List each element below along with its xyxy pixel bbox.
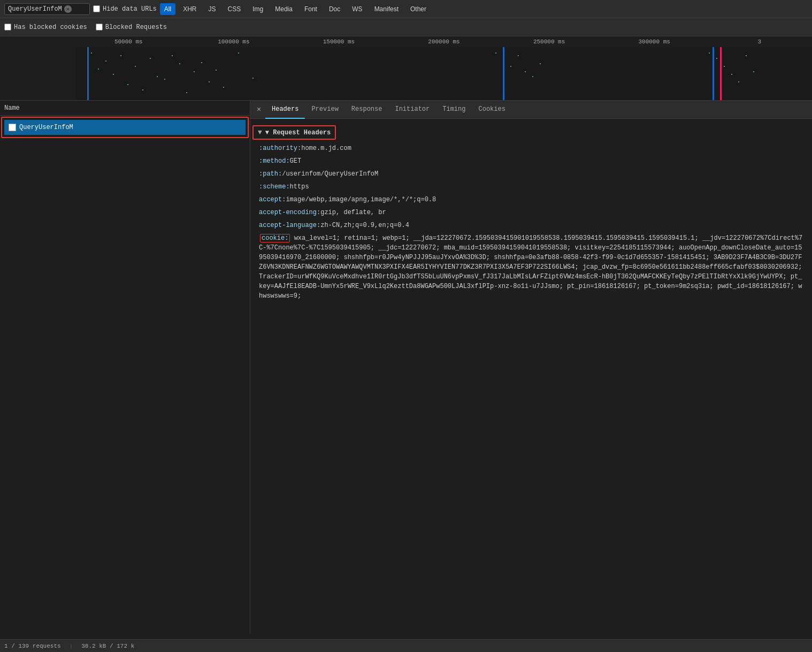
- timeline-label-1: 50000 ms: [76, 39, 181, 45]
- name-column-title: Name: [4, 104, 20, 112]
- blocked-requests-checkbox[interactable]: [96, 24, 103, 31]
- section-arrow-icon: ▼: [258, 128, 262, 137]
- toolbar: QueryUserInfoM ✕ Hide data URLs All XHR …: [0, 0, 812, 18]
- tabs-row: × Headers Preview Response Initiator Tim…: [250, 101, 812, 119]
- request-headers-section[interactable]: ▼ ▼ Request Headers: [252, 125, 336, 140]
- filter-font-button[interactable]: Font: [300, 3, 321, 15]
- tab-initiator[interactable]: Initiator: [388, 101, 436, 119]
- tab-headers[interactable]: Headers: [265, 101, 305, 119]
- timeline: 50000 ms 100000 ms 150000 ms 200000 ms 2…: [0, 36, 812, 101]
- tab-initiator-label: Initiator: [395, 105, 430, 113]
- timeline-label-4: 200000 ms: [392, 39, 497, 45]
- status-bar: 1 / 139 requests | 38.2 kB / 172 k: [0, 639, 812, 652]
- timeline-label-6: 300000 ms: [602, 39, 707, 45]
- tab-headers-label: Headers: [272, 105, 298, 113]
- name-column-header: Name: [0, 101, 250, 116]
- filter-media-button[interactable]: Media: [271, 3, 297, 15]
- tab-response[interactable]: Response: [345, 101, 389, 119]
- filter-other-button[interactable]: Other: [406, 3, 431, 15]
- timeline-label-7: 3: [707, 39, 812, 45]
- filter-doc-button[interactable]: Doc: [325, 3, 344, 15]
- search-box[interactable]: QueryUserInfoM ✕: [4, 3, 90, 15]
- tab-timing-label: Timing: [442, 105, 465, 113]
- timeline-label-3: 150000 ms: [286, 39, 392, 45]
- name-panel: Name QueryUserInfoM: [0, 101, 250, 634]
- row-checkbox[interactable]: [9, 124, 16, 131]
- blocked-requests-text: Blocked Requests: [105, 24, 167, 31]
- blocked-requests-label[interactable]: Blocked Requests: [96, 24, 167, 31]
- blocked-cookies-label[interactable]: Has blocked cookies: [4, 24, 87, 31]
- header-row: :path: /userinfom/QueryUserInfoM: [250, 168, 812, 180]
- hide-data-urls-checkbox[interactable]: [93, 5, 100, 12]
- tab-preview-label: Preview: [311, 105, 338, 113]
- cookie-value: wxa_level=1; retina=1; webp=1; __jda=122…: [259, 234, 802, 300]
- timeline-labels: 50000 ms 100000 ms 150000 ms 200000 ms 2…: [76, 39, 812, 45]
- filter-css-button[interactable]: CSS: [224, 3, 246, 15]
- header-row: :scheme: https: [250, 180, 812, 193]
- tab-response-label: Response: [351, 105, 382, 113]
- header-row: accept: image/webp,image/apng,image/*,*/…: [250, 193, 812, 206]
- header-row: :method: GET: [250, 155, 812, 168]
- tab-cookies[interactable]: Cookies: [472, 101, 511, 119]
- timeline-bars: [76, 47, 812, 100]
- header-key: accept-encoding:: [259, 208, 320, 217]
- header-row: accept-encoding: gzip, deflate, br: [250, 206, 812, 219]
- header-value: zh-CN,zh;q=0.9,en;q=0.4: [320, 221, 409, 230]
- tab-timing[interactable]: Timing: [436, 101, 472, 119]
- filter-ws-button[interactable]: WS: [348, 3, 366, 15]
- blocked-cookies-checkbox[interactable]: [4, 24, 11, 31]
- request-name: QueryUserInfoM: [19, 124, 73, 131]
- header-key: accept:: [259, 195, 286, 204]
- filter-all-button[interactable]: All: [160, 3, 175, 15]
- header-key: :method:: [259, 156, 290, 166]
- header-key: :scheme:: [259, 182, 290, 192]
- filter-row: Has blocked cookies Blocked Requests: [0, 18, 812, 36]
- search-text: QueryUserInfoM: [8, 5, 62, 13]
- timeline-label-5: 250000 ms: [496, 39, 602, 45]
- filter-manifest-button[interactable]: Manifest: [370, 3, 403, 15]
- hide-data-urls-text: Hide data URLs: [103, 5, 157, 13]
- transfer-size: 38.2 kB / 172 k: [81, 643, 134, 649]
- header-key: :authority:: [259, 143, 301, 153]
- header-row: accept-language: zh-CN,zh;q=0.9,en;q=0.4: [250, 219, 812, 232]
- selected-row-box: QueryUserInfoM: [1, 117, 249, 138]
- blocked-cookies-text: Has blocked cookies: [14, 24, 87, 31]
- header-value: home.m.jd.com: [301, 143, 351, 153]
- main-content: Name QueryUserInfoM × Headers Preview Re…: [0, 101, 812, 634]
- request-row-query-user-info[interactable]: QueryUserInfoM: [4, 120, 246, 135]
- close-icon: ×: [257, 105, 261, 114]
- search-clear-button[interactable]: ✕: [64, 5, 72, 13]
- tab-cookies-label: Cookies: [478, 105, 505, 113]
- request-count: 1 / 139 requests: [4, 643, 61, 649]
- cookie-header-row: cookie: wxa_level=1; retina=1; webp=1; _…: [250, 232, 812, 302]
- header-rows: :authority: home.m.jd.com:method: GET:pa…: [250, 142, 812, 232]
- header-value: https: [290, 182, 309, 192]
- header-value: gzip, deflate, br: [320, 208, 386, 217]
- filter-xhr-button[interactable]: XHR: [179, 3, 201, 15]
- headers-panel: × Headers Preview Response Initiator Tim…: [250, 101, 812, 634]
- header-row: :authority: home.m.jd.com: [250, 142, 812, 155]
- timeline-content: [76, 47, 812, 100]
- header-value: /userinfom/QueryUserInfoM: [282, 169, 378, 179]
- header-value: image/webp,image/apng,image/*,*/*;q=0.8: [286, 195, 436, 204]
- close-panel-button[interactable]: ×: [252, 103, 265, 116]
- cookie-key-bordered: cookie:: [260, 234, 290, 242]
- tab-preview[interactable]: Preview: [305, 101, 344, 119]
- section-title: ▼ Request Headers: [265, 129, 331, 137]
- header-value: GET: [290, 156, 302, 166]
- timeline-label-2: 100000 ms: [181, 39, 287, 45]
- header-key: :path:: [259, 169, 282, 179]
- hide-data-urls-label[interactable]: Hide data URLs: [93, 5, 157, 13]
- headers-content[interactable]: ▼ ▼ Request Headers :authority: home.m.j…: [250, 119, 812, 634]
- filter-js-button[interactable]: JS: [204, 3, 220, 15]
- header-key: accept-language:: [259, 221, 320, 230]
- filter-img-button[interactable]: Img: [248, 3, 267, 15]
